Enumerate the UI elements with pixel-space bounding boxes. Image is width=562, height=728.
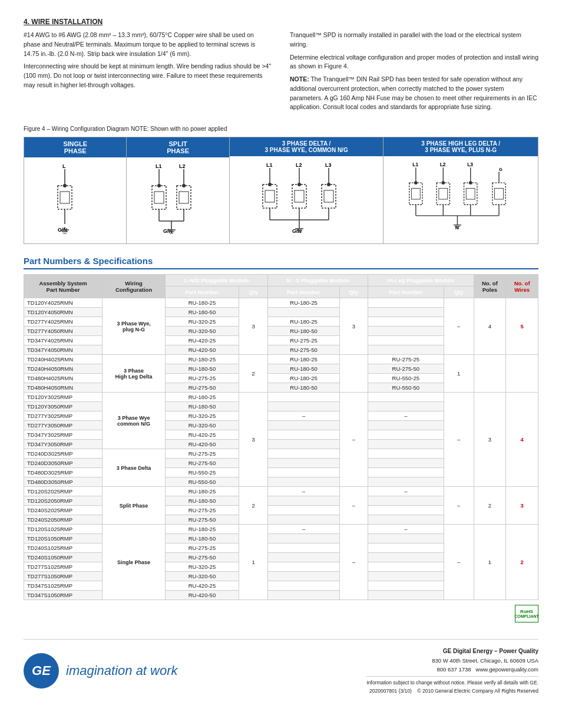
table-row: TD277Y3025RMP <box>24 411 103 421</box>
table-row: TD347Y3025RMP <box>24 430 103 440</box>
poles-cell <box>474 355 506 393</box>
svg-rect-46 <box>324 190 333 202</box>
hileg-part-cell <box>368 562 444 572</box>
ng-part-cell: RU-180-25 <box>268 317 340 327</box>
3phase-highleg-header: 3 PHASE HIGH LEG DELTA /3 PHASE WYE, PLU… <box>384 137 538 156</box>
table-row: TD120Y3025RMP <box>24 393 103 402</box>
3phase-highleg-diagram: L1 L2 L3 G <box>384 156 538 242</box>
poles-cell: 4 <box>474 298 506 355</box>
ng-part-cell <box>268 572 340 581</box>
svg-text:L1: L1 <box>266 162 273 168</box>
svg-text:L1: L1 <box>156 163 162 169</box>
ln-qty-cell: 1 <box>239 525 267 600</box>
ln-part-cell: RU-180-25 <box>165 487 239 496</box>
ln-part-cell: RU-275-25 <box>165 543 239 553</box>
hileg-qty-cell: – <box>444 487 474 525</box>
ng-part-cell <box>268 496 340 506</box>
svg-text:L3: L3 <box>325 162 332 168</box>
ln-qty-cell: 3 <box>239 393 267 487</box>
footer: GE imagination at work GE Digital Energy… <box>24 639 538 696</box>
th-lng-qty: Qty <box>239 286 267 298</box>
table-row: TD347S1050RMP <box>24 591 103 600</box>
hileg-part-cell <box>368 506 444 515</box>
wire-install-left: #14 AWG to #6 AWG (2.08 mm² – 13.3 mm²),… <box>24 31 272 116</box>
wires-cell: 3 <box>506 487 538 525</box>
hileg-qty-cell: – <box>444 298 474 355</box>
svg-rect-75 <box>495 188 504 199</box>
hileg-part-cell: RU-550-50 <box>368 383 444 393</box>
split-phase-diagram: L1 L2 G/N <box>127 157 229 243</box>
ng-qty-cell: – <box>339 487 368 525</box>
ln-qty-cell: 3 <box>239 298 267 355</box>
hileg-qty-cell: – <box>444 525 474 600</box>
ln-part-cell: RU-275-50 <box>165 515 239 525</box>
wiring-config-cell: 3 Phase Wye,plug N-G <box>103 298 166 355</box>
hileg-part-cell <box>368 449 444 459</box>
ln-part-cell: RU-275-50 <box>165 459 239 468</box>
table-row: TD277Y4050RMN <box>24 327 103 336</box>
th-lng-part: Part Number <box>165 286 239 298</box>
hileg-qty-cell: 1 <box>444 355 474 393</box>
svg-text:G: G <box>499 167 503 172</box>
table-row: TD480H4050RMN <box>24 383 103 393</box>
ln-part-cell: RU-420-25 <box>165 581 239 591</box>
wire-note: NOTE: The Tranquell™ DIN Rail SPD has be… <box>290 75 538 112</box>
table-row: TD277S1050RMP <box>24 572 103 581</box>
ln-part-cell: RU-180-50 <box>165 308 239 317</box>
table-row: TD120Y3050RMP <box>24 402 103 411</box>
footer-logo: GE imagination at work <box>24 653 366 689</box>
poles-cell: 2 <box>474 487 506 525</box>
table-row: TD240H4025RMN <box>24 355 103 364</box>
hileg-part-cell: – <box>368 525 444 534</box>
ln-part-cell: RU-420-50 <box>165 345 239 355</box>
table-row: TD240S1025RMP <box>24 543 103 553</box>
hileg-part-cell: RU-275-50 <box>368 364 444 374</box>
table-row: TD277S1025RMP <box>24 562 103 572</box>
th-ng-part: Part Number <box>268 286 340 298</box>
hileg-part-cell <box>368 581 444 591</box>
table-row: TD277Y3050RMP <box>24 421 103 430</box>
hileg-part-cell <box>368 534 444 543</box>
ng-part-cell: RU-180-25 <box>268 374 340 383</box>
hileg-part-cell <box>368 468 444 477</box>
th-hileg-qty: Qty <box>444 286 474 298</box>
wire-para-1: #14 AWG to #6 AWG (2.08 mm² – 13.3 mm²),… <box>24 31 272 58</box>
svg-rect-21 <box>179 192 189 203</box>
ng-part-cell: – <box>268 411 340 421</box>
ng-qty-cell: – <box>339 525 368 600</box>
ln-qty-cell: 2 <box>239 355 267 393</box>
rohs-badge: RoHS COMPLIANT <box>515 605 538 622</box>
ln-part-cell: RU-320-25 <box>165 562 239 572</box>
ng-part-cell: RU-275-25 <box>268 336 340 345</box>
svg-text:L3: L3 <box>467 162 473 167</box>
ng-part-cell <box>268 421 340 430</box>
wires-cell <box>506 355 538 393</box>
table-row: TD240S1050RMP <box>24 553 103 562</box>
ln-part-cell: RU-275-50 <box>165 553 239 562</box>
hileg-part-cell <box>368 591 444 600</box>
hileg-part-cell <box>368 345 444 355</box>
ln-part-cell: RU-320-25 <box>165 411 239 421</box>
ng-part-cell <box>268 506 340 515</box>
svg-text:L2: L2 <box>440 162 446 167</box>
ng-part-cell <box>268 430 340 440</box>
hileg-part-cell <box>368 572 444 581</box>
table-row: TD240H4050RMN <box>24 364 103 374</box>
split-phase-header: SPLITPHASE <box>127 137 229 157</box>
wires-cell: 2 <box>506 525 538 600</box>
company-name: GE Digital Energy – Power Quality <box>366 647 538 656</box>
table-row: TD347Y4050RMN <box>24 345 103 355</box>
svg-text:L2: L2 <box>296 162 302 168</box>
ln-part-cell: RU-420-25 <box>165 430 239 440</box>
ng-part-cell <box>268 402 340 411</box>
footer-address: 830 W 40th Street, Chicago, IL 60609 USA <box>366 656 538 665</box>
wire-para-2: Interconnecting wire should be kept at m… <box>24 62 272 90</box>
hileg-part-cell <box>368 393 444 402</box>
ln-part-cell: RU-275-25 <box>165 449 239 459</box>
ln-part-cell: RU-420-50 <box>165 591 239 600</box>
table-row: TD120S2050RMP <box>24 496 103 506</box>
wiring-box-3phase-highleg: 3 PHASE HIGH LEG DELTA /3 PHASE WYE, PLU… <box>384 137 538 243</box>
hileg-part-cell: RU-550-25 <box>368 374 444 383</box>
table-row: TD240D3025RMP <box>24 449 103 459</box>
ln-part-cell: RU-180-25 <box>165 393 239 402</box>
